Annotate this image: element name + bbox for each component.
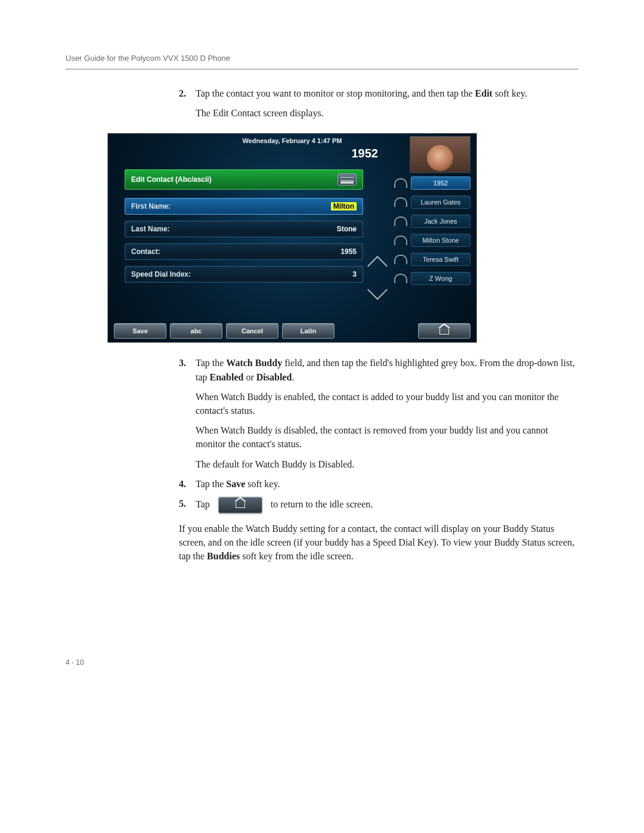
last-name-field[interactable]: Last Name: Stone [125, 221, 363, 237]
home-softkey[interactable] [418, 323, 470, 339]
running-header: User Guide for the Polycom VVX 1500 D Ph… [66, 54, 578, 69]
field-label: Contact: [131, 247, 160, 256]
home-icon [236, 501, 245, 508]
step-number: 5. [179, 497, 186, 510]
step-text: Tap the contact you want to monitor or s… [196, 88, 527, 98]
header-rule [66, 69, 578, 70]
step-text: Tap the Watch Buddy field, and then tap … [196, 358, 575, 382]
contact-field[interactable]: Contact: 1955 [125, 243, 363, 260]
step-para: The default for Watch Buddy is Disabled. [196, 457, 578, 471]
abc-softkey[interactable]: abc [170, 323, 222, 339]
step-para: When Watch Buddy is disabled, the contac… [196, 423, 578, 451]
line-key[interactable]: Milton Stone [394, 234, 470, 247]
field-value: Milton [331, 202, 357, 210]
datetime: Wednesday, February 4 1:47 PM [242, 137, 342, 144]
step-follow: The Edit Contact screen displays. [196, 106, 578, 120]
handset-icon [394, 236, 407, 245]
step-2: 2. Tap the contact you want to monitor o… [179, 86, 578, 120]
line-key[interactable]: 1952 [394, 176, 470, 190]
panel-title: Edit Contact (Abc/ascii) [131, 175, 212, 184]
edit-contact-panel: Edit Contact (Abc/ascii) First Name: Mil… [125, 169, 363, 289]
page-footer: 4 - 10 [66, 658, 578, 667]
field-value: 3 [352, 270, 357, 278]
step-number: 3. [179, 356, 186, 370]
step-number: 4. [179, 477, 186, 491]
latin-softkey[interactable]: Latin [282, 323, 335, 339]
keyboard-icon[interactable] [338, 174, 357, 185]
handset-icon [394, 216, 407, 226]
field-label: Speed Dial Index: [131, 270, 191, 278]
step-3: 3. Tap the Watch Buddy field, and then t… [179, 356, 578, 470]
step-para: When Watch Buddy is enabled, the contact… [196, 390, 578, 417]
line-key[interactable]: Z Wong [394, 272, 470, 285]
line-key-label: 1952 [411, 176, 470, 190]
field-value: 1955 [340, 247, 357, 256]
cancel-softkey[interactable]: Cancel [226, 323, 278, 339]
line-key[interactable]: Jack Jones [394, 215, 470, 228]
line-key[interactable]: Lauren Gates [394, 196, 470, 209]
scroll-up-icon[interactable] [367, 256, 388, 276]
edit-contact-screenshot: Wednesday, February 4 1:47 PM 1952 Edit … [107, 133, 477, 343]
line-key-label: Milton Stone [411, 234, 470, 247]
scroll-down-icon[interactable] [367, 280, 388, 300]
handset-icon [394, 255, 407, 264]
save-softkey[interactable]: Save [114, 323, 166, 339]
inline-home-key [218, 497, 262, 513]
avatar-face [427, 145, 453, 171]
self-view-video [410, 136, 470, 173]
line-key[interactable]: Teresa Swift [394, 253, 470, 266]
home-icon [439, 328, 449, 335]
field-label: First Name: [131, 202, 171, 210]
line-key-label: Z Wong [411, 272, 470, 285]
step-4: 4. Tap the Save soft key. [179, 477, 578, 491]
line-key-list: 1952 Lauren Gates Jack Jones Milton Ston… [394, 176, 470, 285]
line-key-label: Teresa Swift [411, 253, 470, 266]
field-value: Stone [337, 225, 357, 233]
first-name-field[interactable]: First Name: Milton [125, 198, 363, 215]
home-key-button[interactable] [218, 497, 262, 513]
step-number: 2. [179, 86, 186, 100]
line-key-label: Jack Jones [411, 215, 470, 228]
speed-dial-index-field[interactable]: Speed Dial Index: 3 [125, 266, 363, 283]
line-key-label: Lauren Gates [411, 196, 470, 209]
step-5: 5. Tap to return to the idle screen. [179, 497, 578, 513]
field-label: Last Name: [131, 225, 170, 233]
softkey-bar: Save abc Cancel Latin [114, 323, 470, 339]
handset-icon [394, 178, 407, 188]
panel-header: Edit Contact (Abc/ascii) [125, 169, 363, 190]
step-text: Tap to return to the idle screen. [196, 499, 373, 509]
step-text: Tap the Save soft key. [196, 479, 280, 489]
handset-icon [394, 197, 407, 207]
handset-icon [394, 274, 407, 283]
extension-number: 1952 [352, 147, 379, 160]
trailing-paragraph: If you enable the Watch Buddy setting fo… [179, 522, 578, 563]
